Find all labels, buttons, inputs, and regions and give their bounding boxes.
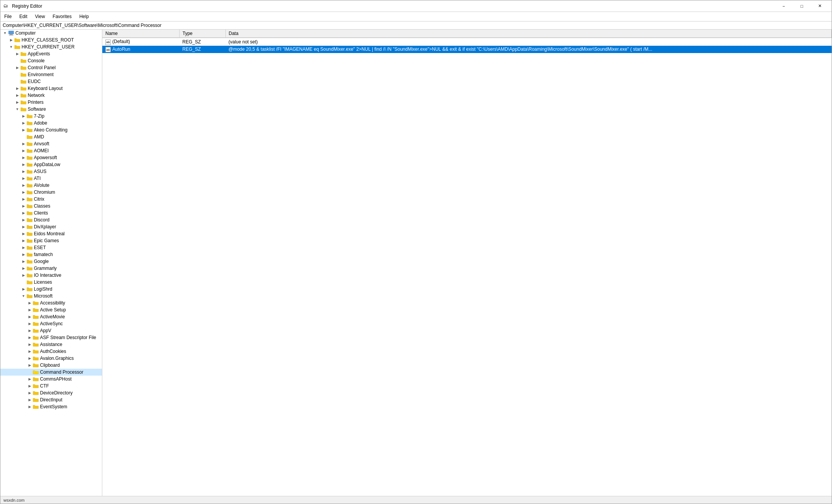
tree-item[interactable]: ▶ IO Interactive — [0, 272, 102, 279]
tree-item[interactable]: ▶ Command Processor — [0, 369, 102, 376]
expand-icon[interactable]: ▶ — [20, 203, 27, 209]
tree-item[interactable]: ▶ DivXplayer — [0, 223, 102, 230]
tree-item[interactable]: ▶ Console — [0, 57, 102, 64]
tree-item[interactable]: ▶ Assistance — [0, 341, 102, 348]
tree-item[interactable]: ▶ CTF — [0, 383, 102, 389]
expand-icon[interactable]: ▼ — [14, 106, 20, 112]
tree-item[interactable]: ▶ AppV — [0, 327, 102, 334]
tree-item[interactable]: ▶ Licenses — [0, 279, 102, 286]
tree-item[interactable]: ▶ Apowersoft — [0, 154, 102, 161]
expand-icon[interactable]: ▶ — [27, 300, 33, 306]
expand-icon[interactable]: ▶ — [20, 224, 27, 230]
expand-icon[interactable]: ▶ — [20, 286, 27, 292]
tree-item[interactable]: ▶ AMD — [0, 133, 102, 140]
expand-icon[interactable]: ▶ — [14, 51, 20, 57]
menu-edit[interactable]: Edit — [15, 13, 31, 20]
expand-icon[interactable]: ▶ — [27, 397, 33, 403]
tree-item[interactable]: ▶ AuthCookies — [0, 348, 102, 355]
tree-item[interactable]: ▶ DeviceDirectory — [0, 389, 102, 396]
expand-icon[interactable]: ▶ — [20, 155, 27, 161]
tree-item[interactable]: ▶ EUDC — [0, 78, 102, 85]
expand-icon[interactable]: ▶ — [20, 258, 27, 264]
tree-item[interactable]: ▶ LogiShrd — [0, 286, 102, 293]
expand-icon[interactable]: ▶ — [14, 99, 20, 105]
tree-item[interactable]: ▼ Microsoft — [0, 293, 102, 299]
tree-item[interactable]: ▶ HKEY_CLASSES_ROOT — [0, 37, 102, 43]
maximize-button[interactable]: □ — [793, 0, 810, 12]
expand-icon[interactable]: ▶ — [20, 168, 27, 175]
tree-item[interactable]: ▼Computer — [0, 30, 102, 37]
tree-item[interactable]: ▶ ActiveSync — [0, 320, 102, 327]
expand-icon[interactable]: ▶ — [20, 217, 27, 223]
tree-item[interactable]: ▶ Adobe — [0, 120, 102, 126]
tree-item[interactable]: ▼ Software — [0, 106, 102, 113]
menu-view[interactable]: View — [31, 13, 49, 20]
expand-icon[interactable]: ▶ — [20, 189, 27, 195]
tree-item[interactable]: ▶ ATI — [0, 175, 102, 182]
table-row[interactable]: ab(Default)REG_SZ(value not set) — [102, 38, 832, 46]
tree-item[interactable]: ▶ CommsAPHost — [0, 376, 102, 383]
expand-icon[interactable]: ▶ — [20, 120, 27, 126]
close-button[interactable]: ✕ — [811, 0, 829, 12]
tree-item[interactable]: ▶ ASUS — [0, 168, 102, 175]
tree-item[interactable]: ▶ 7-Zip — [0, 113, 102, 120]
expand-icon[interactable]: ▶ — [27, 328, 33, 334]
tree-item[interactable]: ▶ Discord — [0, 216, 102, 223]
tree-item[interactable]: ▶ ActiveMovie — [0, 313, 102, 320]
expand-icon[interactable]: ▶ — [20, 113, 27, 119]
tree-item[interactable]: ▶ Network — [0, 92, 102, 99]
expand-icon[interactable]: ▶ — [20, 182, 27, 188]
tree-item[interactable]: ▶ ASF Stream Descriptor File — [0, 334, 102, 341]
expand-icon[interactable]: ▶ — [14, 65, 20, 71]
expand-icon[interactable]: ▶ — [14, 92, 20, 98]
menu-help[interactable]: Help — [75, 13, 93, 20]
expand-icon[interactable]: ▶ — [20, 245, 27, 251]
tree-item[interactable]: ▶ Accessibility — [0, 299, 102, 306]
menu-favorites[interactable]: Favorites — [49, 13, 75, 20]
tree-item[interactable]: ▶ Active Setup — [0, 306, 102, 313]
expand-icon[interactable]: ▶ — [20, 148, 27, 154]
tree-item[interactable]: ▶ Keyboard Layout — [0, 85, 102, 92]
expand-icon[interactable]: ▶ — [20, 175, 27, 181]
expand-icon[interactable]: ▶ — [27, 334, 33, 341]
tree-item[interactable]: ▶ Avalon.Graphics — [0, 355, 102, 362]
tree-item[interactable]: ▶ Printers — [0, 99, 102, 106]
data-pane[interactable]: Name Type Data ab(Default)REG_SZ(value n… — [102, 30, 832, 496]
menu-file[interactable]: File — [0, 13, 15, 20]
expand-icon[interactable]: ▶ — [20, 238, 27, 244]
tree-item[interactable]: ▶ Akeo Consulting — [0, 126, 102, 133]
expand-icon[interactable]: ▶ — [27, 348, 33, 354]
expand-icon[interactable]: ▶ — [27, 404, 33, 410]
expand-icon[interactable]: ▶ — [20, 141, 27, 147]
minimize-button[interactable]: − — [775, 0, 792, 12]
expand-icon[interactable]: ▶ — [20, 265, 27, 271]
tree-item[interactable]: ▶ EventSystem — [0, 403, 102, 410]
tree-item[interactable]: ▶ Environment — [0, 71, 102, 78]
expand-icon[interactable]: ▶ — [20, 127, 27, 133]
expand-icon[interactable]: ▶ — [27, 362, 33, 368]
expand-icon[interactable]: ▼ — [2, 30, 8, 36]
expand-icon[interactable]: ▶ — [27, 355, 33, 361]
tree-item[interactable]: ▶ AppDataLow — [0, 161, 102, 168]
tree-item[interactable]: ▶ Epic Games — [0, 237, 102, 244]
tree-item[interactable]: ▶ Control Panel — [0, 64, 102, 71]
col-name[interactable]: Name — [102, 30, 179, 38]
tree-item[interactable]: ▼ HKEY_CURRENT_USER — [0, 43, 102, 50]
tree-item[interactable]: ▶ ESET — [0, 244, 102, 251]
tree-pane[interactable]: ▼Computer▶ HKEY_CLASSES_ROOT▼ HKEY_CURRE… — [0, 30, 102, 496]
expand-icon[interactable]: ▶ — [27, 307, 33, 313]
expand-icon[interactable]: ▶ — [20, 196, 27, 202]
expand-icon[interactable]: ▶ — [27, 321, 33, 327]
tree-item[interactable]: ▶ Citrix — [0, 196, 102, 203]
expand-icon[interactable]: ▶ — [20, 231, 27, 237]
tree-item[interactable]: ▶ Google — [0, 258, 102, 265]
expand-icon[interactable]: ▶ — [27, 383, 33, 389]
tree-item[interactable]: ▶ DirectInput — [0, 396, 102, 403]
expand-icon[interactable]: ▼ — [20, 293, 27, 299]
expand-icon[interactable]: ▼ — [8, 44, 14, 50]
tree-item[interactable]: ▶ Anvsoft — [0, 140, 102, 147]
expand-icon[interactable]: ▶ — [27, 390, 33, 396]
tree-item[interactable]: ▶ Chromium — [0, 189, 102, 196]
tree-item[interactable]: ▶ Classes — [0, 203, 102, 210]
expand-icon[interactable]: ▶ — [27, 314, 33, 320]
